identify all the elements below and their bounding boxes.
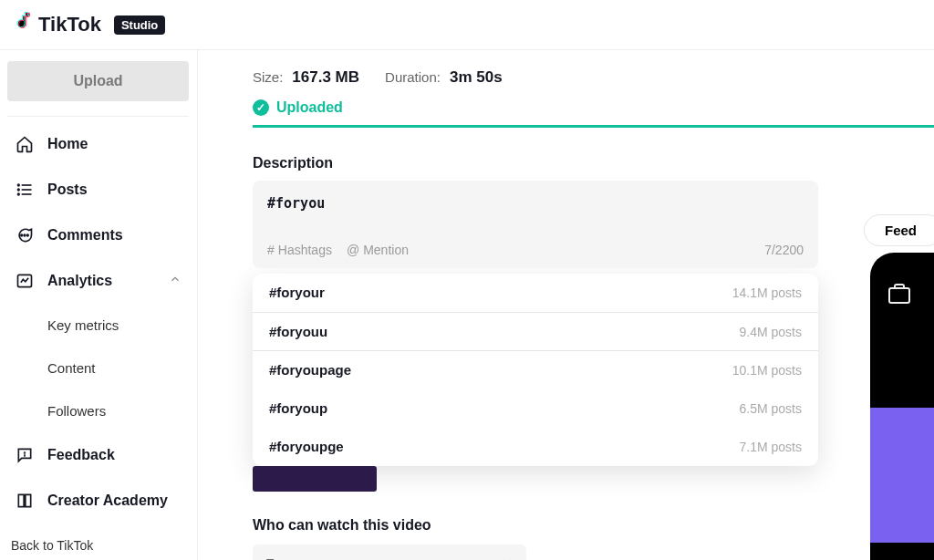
sidebar-item-creator-academy[interactable]: Creator Academy [7,479,189,523]
sidebar-item-label: Posts [47,181,88,198]
brand-name: TikTok [38,13,101,36]
visibility-label: Who can watch this video [253,517,934,534]
sidebar-item-posts[interactable]: Posts [7,168,189,212]
music-note-icon [15,11,35,38]
description-tools: # Hashtags @ Mention 7/2200 [267,243,804,257]
suggestion-row[interactable]: #foryoupage10.1M posts [253,351,818,389]
chevron-up-icon [169,273,182,289]
sidebar-item-comments[interactable]: Comments [7,213,189,257]
description-input[interactable] [267,195,804,239]
live-icon [888,287,910,304]
suggestion-count: 10.1M posts [732,363,802,378]
svg-point-7 [24,234,26,236]
analytics-icon [15,272,35,290]
suggestion-tag: #foryoupge [269,439,344,454]
app-header: TikTok Studio [0,0,934,50]
suggestion-tag: #foryouu [269,324,327,339]
phone-preview [870,253,934,560]
suggestion-count: 9.4M posts [740,325,802,339]
sidebar-item-label: Creator Academy [47,493,168,509]
upload-status-text: Uploaded [276,99,343,116]
sidebar-item-label: Content [47,360,96,376]
sidebar-sub-followers[interactable]: Followers [7,390,189,431]
svg-point-6 [21,234,23,236]
suggestion-row[interactable]: #foryouu9.4M posts [253,312,818,351]
svg-point-8 [27,234,29,236]
home-icon [15,135,35,153]
at-icon: @ [347,243,359,257]
book-icon [15,492,35,510]
sidebar-sub-content[interactable]: Content [7,347,189,389]
duration-value: 3m 50s [450,68,503,87]
suggestion-row[interactable]: #foryoup6.5M posts [253,389,818,428]
sidebar-item-feedback[interactable]: Feedback [7,433,189,477]
svg-point-5 [18,193,20,195]
upload-progress-bar [253,125,934,128]
video-preview-thumb [870,408,934,543]
suggestion-count: 6.5M posts [740,401,802,416]
suggestion-row[interactable]: #foryoupge7.1M posts [253,428,818,466]
sidebar-item-label: Comments [47,227,123,244]
sidebar-item-label: Home [47,136,88,152]
size-label: Size: [253,69,283,85]
file-meta: Size: 167.3 MB Duration: 3m 50s [253,68,934,87]
mention-button[interactable]: @ Mention [347,243,409,257]
back-to-tiktok-link[interactable]: Back to TikTok [11,538,93,553]
sidebar-item-analytics[interactable]: Analytics [7,259,189,303]
svg-point-4 [18,189,20,191]
size-value: 167.3 MB [292,68,359,87]
sidebar-item-label: Analytics [47,273,112,289]
brand-logo[interactable]: TikTok Studio [15,11,165,38]
suggestion-row[interactable]: #foryour14.1M posts [253,274,818,312]
hashtags-label: Hashtags [278,243,332,257]
suggestion-count: 7.1M posts [740,440,802,454]
comments-icon [15,226,35,244]
svg-point-10 [25,452,26,453]
sidebar-item-label: Feedback [47,447,115,463]
chevron-down-icon [501,555,514,560]
char-count: 7/2200 [764,243,804,257]
feed-button[interactable]: Feed [864,214,934,246]
list-icon [15,181,35,199]
hashtags-button[interactable]: # Hashtags [267,243,332,257]
main-content: Size: 167.3 MB Duration: 3m 50s ✓ Upload… [197,50,934,560]
svg-point-3 [18,184,20,186]
suggestion-tag: #foryour [269,285,325,300]
upload-status: ✓ Uploaded [253,99,934,116]
suggestion-tag: #foryoupage [269,362,351,378]
description-label: Description [253,155,934,171]
visibility-select[interactable]: Everyone [253,544,526,560]
hashtag-suggestions: #foryour14.1M posts#foryouu9.4M posts#fo… [253,274,818,466]
hash-icon: # [267,243,275,257]
upload-button[interactable]: Upload [7,61,189,101]
suggestion-count: 14.1M posts [732,285,802,300]
studio-badge: Studio [114,16,165,35]
sidebar-item-label: Key metrics [47,317,119,333]
duration-label: Duration: [385,69,441,85]
visibility-selected: Everyone [265,555,323,560]
suggestion-tag: #foryoup [269,400,327,416]
sidebar-item-home[interactable]: Home [7,122,189,166]
check-circle-icon: ✓ [253,99,269,116]
sidebar-nav: Home Posts Comments Analytics Key metric… [7,122,189,523]
description-box[interactable]: # Hashtags @ Mention 7/2200 [253,181,818,268]
cover-thumbnail[interactable] [253,466,377,492]
sidebar-sub-key-metrics[interactable]: Key metrics [7,305,189,346]
feedback-icon [15,446,35,464]
sidebar-item-label: Followers [47,403,106,419]
divider [7,116,189,117]
sidebar: Upload Home Posts Comments Analytics Key… [0,50,197,560]
mention-label: Mention [363,243,409,257]
